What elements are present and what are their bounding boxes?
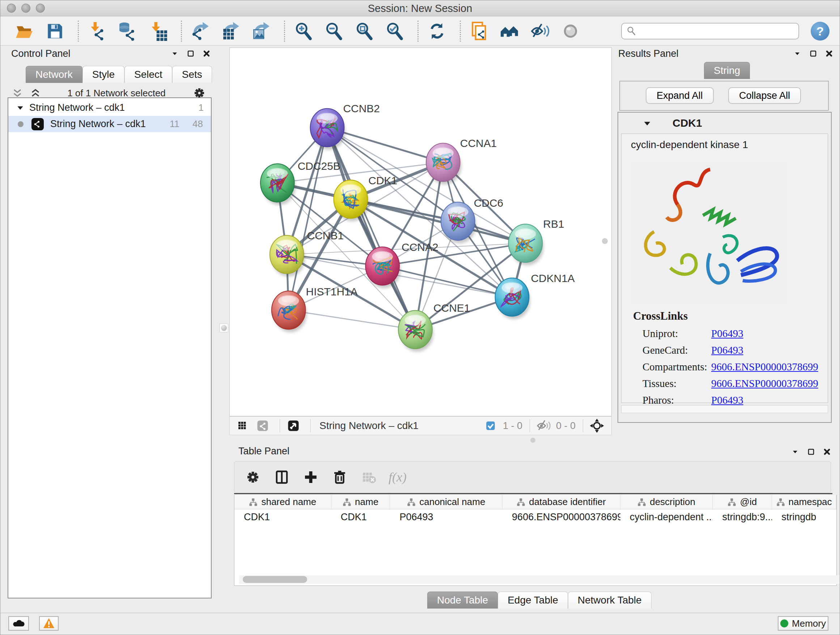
table-hscroll-thumb[interactable] <box>243 576 307 583</box>
zoom-in-icon[interactable] <box>293 21 314 42</box>
network-node-CCNB1[interactable] <box>270 235 305 277</box>
import-table-icon[interactable] <box>148 21 169 42</box>
expand-all-button[interactable]: Expand All <box>646 87 714 104</box>
first-neighbors-icon[interactable] <box>499 21 520 42</box>
network-node-HIST1H1A[interactable] <box>272 291 307 333</box>
import-network-database-icon[interactable] <box>117 21 138 42</box>
zoom-out-icon[interactable] <box>324 21 344 42</box>
crosslink-value-link[interactable]: 9606.ENSP00000378699 <box>711 361 818 378</box>
tree-collapse-icon[interactable] <box>16 104 24 112</box>
gear-icon[interactable] <box>244 468 262 486</box>
search-input[interactable] <box>641 25 794 37</box>
network-collection-row[interactable]: String Network – cdk1 1 <box>8 100 211 116</box>
crosslink-value-link[interactable]: P06493 <box>711 328 744 344</box>
tab-node-table[interactable]: Node Table <box>427 592 498 608</box>
float-panel-icon[interactable] <box>186 49 195 58</box>
crosslink-row: Compartments:9606.ENSP00000378699 <box>643 361 823 378</box>
status-bar: Memory <box>0 613 840 635</box>
delete-column-icon[interactable] <box>331 468 349 486</box>
network-node-CDKN1A[interactable] <box>495 278 531 319</box>
network-node-CCNA1[interactable] <box>426 143 461 184</box>
collection-count: 1 <box>199 102 204 113</box>
memory-button[interactable]: Memory <box>778 616 829 631</box>
collapse-all-button[interactable]: Collapse All <box>728 87 801 104</box>
collapse-panel-icon[interactable] <box>790 447 800 456</box>
import-network-file-icon[interactable] <box>87 21 108 42</box>
tab-style[interactable]: Style <box>82 66 125 83</box>
network-collection-label: String Network – cdk1 <box>29 102 125 113</box>
delete-table-icon[interactable] <box>360 468 378 486</box>
entry-collapse-icon[interactable] <box>643 119 652 128</box>
network-node-CDC25B[interactable] <box>261 164 295 205</box>
visual-properties-icon[interactable] <box>560 21 581 42</box>
node-label-CCNB1: CCNB1 <box>307 230 344 241</box>
table-toolbar: f(x) <box>234 461 831 493</box>
tab-sets[interactable]: Sets <box>172 66 212 83</box>
float-panel-icon[interactable] <box>808 49 818 58</box>
grid-view-icon[interactable] <box>234 417 251 434</box>
right-splitter-handle[interactable] <box>602 238 608 244</box>
tab-network[interactable]: Network <box>26 66 82 83</box>
network-node-CDK1[interactable] <box>333 180 369 221</box>
export-view-icon[interactable] <box>285 417 302 434</box>
show-columns-icon[interactable] <box>273 468 291 486</box>
table-header-row: shared namenamecanonical namedatabase id… <box>234 495 836 509</box>
network-canvas[interactable]: CCNB2 CCNA1 CDC25B CDK1 CDC6 RB1 CCNB1 <box>229 48 612 416</box>
refresh-layout-icon[interactable] <box>426 21 447 42</box>
results-scrollbar[interactable] <box>621 405 828 413</box>
save-session-icon[interactable] <box>44 21 65 42</box>
column-header-database-identifier[interactable]: database identifier <box>502 495 621 509</box>
search-input-box[interactable] <box>621 23 799 40</box>
column-header-namespac[interactable]: namespac <box>772 495 836 509</box>
protein-name: CDK1 <box>673 117 702 129</box>
column-header-@id[interactable]: @id <box>713 495 772 509</box>
close-panel-icon[interactable] <box>202 49 211 58</box>
add-column-icon[interactable] <box>302 468 320 486</box>
horizontal-splitter-handle[interactable] <box>531 438 535 443</box>
close-panel-icon[interactable] <box>824 49 834 58</box>
column-header-shared-name[interactable]: shared name <box>234 495 332 509</box>
edge-count: 48 <box>193 119 203 130</box>
network-node-RB1[interactable] <box>508 224 544 265</box>
export-image-icon[interactable] <box>251 21 272 42</box>
network-view: CCNB2 CCNA1 CDC25B CDK1 CDC6 RB1 CCNB1 <box>229 48 612 435</box>
network-row-selected[interactable]: String Network – cdk1 11 48 <box>8 116 211 132</box>
close-panel-icon[interactable] <box>822 447 832 456</box>
column-header-name[interactable]: name <box>332 495 390 509</box>
collapse-panel-icon[interactable] <box>170 49 180 58</box>
column-header-description[interactable]: description <box>621 495 713 509</box>
cloud-icon[interactable] <box>8 616 29 631</box>
table-row[interactable]: CDK1CDK1P064939606.ENSP00000378699cyclin… <box>234 509 836 524</box>
column-header-canonical-name[interactable]: canonical name <box>390 495 502 509</box>
left-splitter-handle[interactable] <box>219 324 228 333</box>
collapse-panel-icon[interactable] <box>793 49 802 58</box>
zoom-selected-icon[interactable] <box>384 21 405 42</box>
help-icon[interactable]: ? <box>811 22 829 41</box>
export-table-icon[interactable] <box>220 21 241 42</box>
network-document-icon[interactable] <box>469 21 490 42</box>
table-cell: stringdb <box>772 509 836 524</box>
network-node-CCNB2[interactable] <box>310 109 346 150</box>
protein-entry-header[interactable]: CDK1 <box>618 112 831 134</box>
selected-checkbox-icon[interactable] <box>482 417 499 434</box>
tab-edge-table[interactable]: Edge Table <box>498 592 568 608</box>
float-panel-icon[interactable] <box>806 447 816 456</box>
tab-select[interactable]: Select <box>125 66 172 83</box>
export-network-icon[interactable] <box>190 21 211 42</box>
table-hscrollbar[interactable] <box>239 575 840 584</box>
open-session-icon[interactable] <box>14 21 35 42</box>
tab-string[interactable]: String <box>704 62 750 79</box>
network-node-CCNE1[interactable] <box>398 310 433 352</box>
zoom-fit-icon[interactable] <box>354 21 375 42</box>
node-label-CDKN1A: CDKN1A <box>531 272 575 284</box>
hidden-eye-icon[interactable] <box>535 417 553 434</box>
tab-network-table[interactable]: Network Table <box>568 592 652 608</box>
network-view-toolbar: String Network – cdk1 1 - 00 - 0 <box>229 416 612 435</box>
function-builder-icon[interactable]: f(x) <box>388 468 407 486</box>
show-hide-icon[interactable] <box>530 21 551 42</box>
crosslink-value-link[interactable]: P06493 <box>711 344 744 361</box>
warning-icon[interactable] <box>39 616 58 631</box>
share-network-icon[interactable] <box>254 417 271 434</box>
crosslink-value-link[interactable]: 9606.ENSP00000378699 <box>711 378 818 394</box>
birdseye-icon[interactable] <box>588 417 606 434</box>
